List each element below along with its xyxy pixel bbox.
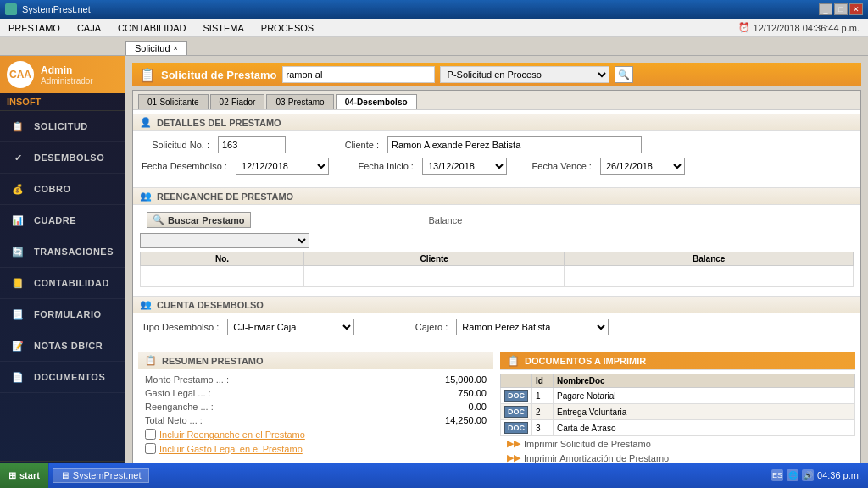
- doc-nombre-3: Carta de Atraso: [554, 420, 855, 436]
- sidebar-item-notas[interactable]: 📝 NOTAS DB/CR: [0, 330, 125, 362]
- menu-sistema[interactable]: SISTEMA: [195, 21, 253, 35]
- tipo-desembolso-select[interactable]: CJ-Enviar Caja: [227, 319, 354, 336]
- cb-gasto[interactable]: [145, 443, 156, 454]
- sidebar-item-transaciones[interactable]: 🔄 TRANSACIONES: [0, 236, 125, 268]
- fecha-vence-select[interactable]: 26/12/2018: [600, 158, 685, 175]
- menu-prestamo[interactable]: PRESTAMO: [0, 21, 69, 35]
- detalles-icon: 👤: [140, 117, 152, 128]
- menu-contabilidad[interactable]: CONTABILIDAD: [109, 21, 194, 35]
- tab-fiador[interactable]: 02-Fiador: [210, 94, 265, 109]
- taskbar: ⊞ start 🖥 SystemPrest.net ES 🌐 🔊 04:36 p…: [0, 463, 868, 488]
- doc-col-id2: Id: [532, 374, 554, 388]
- sidebar-item-formulario[interactable]: 📃 FORMULARIO: [0, 299, 125, 330]
- solicitud-no-label: Solicitud No. :: [142, 140, 209, 150]
- top-tab-solicitud[interactable]: Solicitud ×: [125, 41, 187, 55]
- fecha-inicio-select[interactable]: 13/12/2018: [422, 158, 507, 175]
- total-label: Total Neto ... :: [145, 415, 203, 425]
- user-name: Admin: [41, 64, 93, 76]
- documentos-title: DOCUMENTOS A IMPRIMIR: [525, 356, 646, 366]
- taskbar-app-icon: 🖥: [60, 470, 70, 480]
- user-info: Admin Administrador: [41, 64, 93, 86]
- tray-lang: ES: [771, 469, 783, 481]
- detalles-content: Solicitud No. : Cliente : Fecha Desembol…: [133, 131, 860, 184]
- sidebar-item-cobro[interactable]: 💰 COBRO: [0, 174, 125, 205]
- tipo-desembolso-label: Tipo Desembolso :: [142, 322, 219, 332]
- maximize-button[interactable]: □: [834, 3, 848, 15]
- menu-procesos[interactable]: PROCESOS: [253, 21, 322, 35]
- reenganche-icon: 👥: [140, 191, 152, 202]
- doc-col-nombre: NombreDoc: [554, 374, 855, 388]
- reenganche-header: 👥 REENGANCHE DE PRESTAMO: [133, 187, 860, 205]
- search-input[interactable]: [282, 66, 435, 83]
- title-bar-text: SystemPrest.net: [22, 4, 819, 14]
- cuenta-header: 👥 CUENTA DESEMBOLSO: [133, 296, 860, 313]
- formulario-icon: 📃: [8, 305, 27, 324]
- monto-label: Monto Prestamo ... :: [145, 374, 229, 385]
- cb-gasto-label[interactable]: Incluir Gasto Legal en el Prestamo: [159, 444, 303, 454]
- menu-caja[interactable]: CAJA: [69, 21, 109, 35]
- close-button[interactable]: ✕: [849, 3, 863, 15]
- clock: ⏰ 12/12/2018 04:36:44 p.m.: [730, 22, 868, 33]
- sidebar: CAA Admin Administrador INSOFT 📋 SOLICIT…: [0, 56, 125, 488]
- doc-btn-1[interactable]: DOC: [504, 390, 528, 402]
- sidebar-item-cuadre[interactable]: 📊 CUADRE: [0, 205, 125, 236]
- user-role: Administrador: [41, 76, 93, 86]
- documentos-section: 📋 DOCUMENTOS A IMPRIMIR Id NombreDoc: [500, 352, 855, 480]
- resumen-rows: Monto Prestamo ... : 15,000.00 Gasto Leg…: [138, 373, 493, 427]
- sidebar-item-solicitud[interactable]: 📋 SOLICITUD: [0, 111, 125, 142]
- cliente-field[interactable]: [387, 136, 642, 153]
- form-title: Solicitud de Prestamo: [161, 69, 277, 81]
- total-value: 14,250.00: [419, 415, 487, 425]
- doc-btn-2[interactable]: DOC: [504, 406, 528, 418]
- tab-desembolso[interactable]: 04-Desembolso: [336, 94, 417, 109]
- doc-id-2: 2: [532, 404, 554, 420]
- cuenta-icon: 👥: [140, 299, 152, 310]
- cb-reenganche[interactable]: [145, 429, 156, 440]
- start-button[interactable]: ⊞ start: [0, 463, 49, 488]
- cuenta-row: Tipo Desembolso : CJ-Enviar Caja Cajero …: [142, 319, 852, 336]
- top-tab-close[interactable]: ×: [174, 44, 178, 53]
- doc-btn-3[interactable]: DOC: [504, 422, 528, 434]
- search-bar: 📋 Solicitud de Prestamo P-Solicitud en P…: [132, 63, 861, 86]
- taskbar-items: 🖥 SystemPrest.net: [49, 466, 765, 485]
- doc-id-3: 3: [532, 420, 554, 436]
- solicitud-row: Solicitud No. : Cliente :: [142, 136, 852, 153]
- cb-reenganche-label[interactable]: Incluir Reenganche en el Prestamo: [159, 430, 305, 440]
- title-bar-controls: _ □ ✕: [819, 3, 863, 15]
- avatar: CAA: [7, 61, 34, 88]
- cajero-label: Cajero :: [380, 322, 448, 332]
- minimize-button[interactable]: _: [819, 3, 832, 15]
- desembolso-icon: ✔: [8, 148, 27, 167]
- doc-row-3: DOC 3 Carta de Atraso: [501, 420, 855, 436]
- documentos-table: Id NombreDoc DOC 1 Pagare Notarial: [500, 374, 855, 436]
- sidebar-item-desembolso[interactable]: ✔ DESEMBOLSO: [0, 142, 125, 174]
- gasto-label: Gasto Legal ... :: [145, 388, 211, 398]
- tray-time: 04:36 p.m.: [817, 470, 861, 480]
- status-dropdown[interactable]: P-Solicitud en Proceso: [440, 66, 609, 83]
- sidebar-item-contabilidad[interactable]: 📒 CONTABILIDAD: [0, 268, 125, 299]
- resumen-header: 📋 RESUMEN PRESTAMO: [138, 352, 493, 369]
- tab-solicitante[interactable]: 01-Solicitante: [138, 94, 209, 109]
- reenganche-dropdown[interactable]: [140, 233, 309, 248]
- checkbox-reenganche: Incluir Reenganche en el Prestamo: [138, 427, 493, 441]
- arrow-icon-1: ▶▶: [507, 438, 520, 449]
- col-cliente: Cliente: [304, 252, 565, 266]
- resumen-section: 📋 RESUMEN PRESTAMO Monto Prestamo ... : …: [138, 352, 493, 480]
- cajero-select[interactable]: Ramon Perez Batista: [456, 319, 609, 336]
- reenganche-amount-label: Reenganche ... :: [145, 402, 214, 412]
- print-link-solicitud[interactable]: ▶▶ Imprimir Solicitud de Prestamo: [500, 436, 855, 451]
- solicitud-no-field[interactable]: [218, 136, 286, 153]
- main-layout: CAA Admin Administrador INSOFT 📋 SOLICIT…: [0, 56, 868, 488]
- total-row: Total Neto ... : 14,250.00: [138, 413, 493, 427]
- gasto-value: 750.00: [419, 388, 487, 398]
- fecha-desembolso-select[interactable]: 12/12/2018: [236, 158, 329, 175]
- col-no: No.: [141, 252, 304, 266]
- col-balance: Balance: [565, 252, 854, 266]
- buscar-prestamo-button[interactable]: 🔍 Buscar Prestamo: [147, 212, 251, 228]
- fechas-row: Fecha Desembolso : 12/12/2018 Fecha Inic…: [142, 158, 852, 175]
- search-button[interactable]: 🔍: [615, 66, 633, 83]
- cuenta-title: CUENTA DESEMBOLSO: [157, 300, 264, 310]
- taskbar-systemprest[interactable]: 🖥 SystemPrest.net: [53, 468, 149, 483]
- sidebar-item-documentos[interactable]: 📄 DOCUMENTOS: [0, 362, 125, 393]
- tab-prestamo[interactable]: 03-Prestamo: [266, 94, 333, 109]
